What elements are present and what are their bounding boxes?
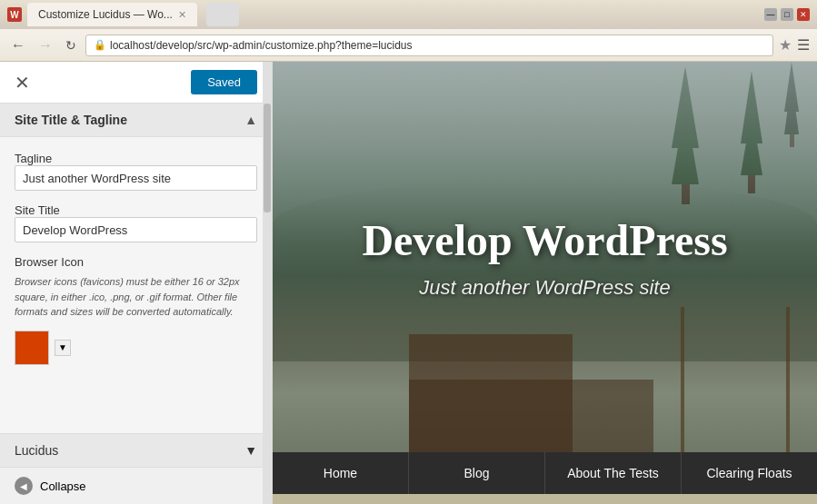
color-swatch[interactable]: [15, 331, 49, 365]
panel-body: Tagline Site Title Browser Icon Browser …: [0, 137, 272, 433]
url-text: localhost/develop/src/wp-admin/customize…: [110, 39, 765, 52]
browser-favicon: W: [7, 7, 22, 22]
maximize-button[interactable]: □: [781, 8, 793, 21]
lock-icon: 🔒: [94, 39, 106, 51]
color-swatch-row: ▼: [15, 331, 257, 365]
menu-icon[interactable]: ☰: [797, 36, 810, 54]
nav-item-clearing-floats[interactable]: Clearing Floats: [682, 452, 817, 494]
section-title: Site Title & Tagline: [15, 113, 127, 127]
section-collapse-icon[interactable]: ▲: [244, 113, 257, 127]
window-controls: — □ ✕: [764, 8, 810, 21]
nav-item-blog[interactable]: Blog: [409, 452, 545, 494]
preview-navigation: Home Blog About The Tests Clearing Float…: [273, 452, 817, 494]
browser-icon-description: Browser icons (favicons) must be either …: [15, 274, 257, 320]
panel-scrollbar[interactable]: [263, 62, 272, 504]
back-button[interactable]: ←: [7, 35, 29, 55]
panel-header: ✕ Saved: [0, 62, 272, 104]
address-bar[interactable]: 🔒 localhost/develop/src/wp-admin/customi…: [85, 35, 773, 56]
section-title-bar: Site Title & Tagline ▲: [0, 104, 272, 137]
site-title-label: Site Title: [15, 203, 60, 217]
preview-area: Develop WordPress Just another WordPress…: [273, 62, 817, 504]
content-area: ✕ Saved Site Title & Tagline ▲ Tagline S…: [0, 62, 817, 504]
lucidus-label: Lucidus: [15, 443, 58, 458]
scrollbar-thumb[interactable]: [264, 104, 271, 212]
minimize-button[interactable]: —: [764, 8, 777, 21]
site-title-input[interactable]: [15, 217, 257, 242]
reload-button[interactable]: ↻: [62, 36, 80, 54]
close-button[interactable]: ✕: [797, 8, 810, 21]
new-tab-area[interactable]: [206, 3, 239, 26]
bookmark-icon[interactable]: ★: [779, 36, 792, 54]
collapse-button[interactable]: ◀ Collapse: [0, 467, 272, 504]
tab-close-icon[interactable]: ✕: [178, 9, 186, 21]
collapse-label: Collapse: [40, 479, 86, 493]
saved-button[interactable]: Saved: [191, 70, 257, 94]
color-dropdown-button[interactable]: ▼: [55, 340, 71, 356]
hero-subtitle: Just another WordPress site: [362, 276, 727, 300]
browser-icon-label: Browser Icon: [15, 255, 257, 269]
tagline-label: Tagline: [15, 152, 52, 165]
lucidus-section[interactable]: Lucidus ▼: [0, 433, 272, 467]
hero-title: Develop WordPress: [362, 215, 727, 265]
hero-section: Develop WordPress Just another WordPress…: [273, 62, 817, 452]
close-customizer-button[interactable]: ✕: [15, 72, 30, 94]
browser-tab[interactable]: Customize Lucidus — Wo... ✕: [27, 3, 197, 26]
nav-bar: ← → ↻ 🔒 localhost/develop/src/wp-admin/c…: [0, 29, 817, 62]
tab-title: Customize Lucidus — Wo...: [38, 8, 173, 21]
forward-button[interactable]: →: [35, 35, 56, 55]
hero-text: Develop WordPress Just another WordPress…: [362, 215, 727, 300]
nav-item-about-the-tests[interactable]: About The Tests: [545, 452, 682, 494]
nav-item-home[interactable]: Home: [273, 452, 409, 494]
tagline-input[interactable]: [15, 165, 257, 191]
customizer-panel: ✕ Saved Site Title & Tagline ▲ Tagline S…: [0, 62, 273, 504]
collapse-icon: ◀: [15, 477, 33, 495]
lucidus-expand-icon[interactable]: ▼: [244, 443, 257, 458]
browser-frame: W Customize Lucidus — Wo... ✕ — □ ✕ ← → …: [0, 0, 817, 504]
title-bar: W Customize Lucidus — Wo... ✕ — □ ✕: [0, 0, 817, 29]
